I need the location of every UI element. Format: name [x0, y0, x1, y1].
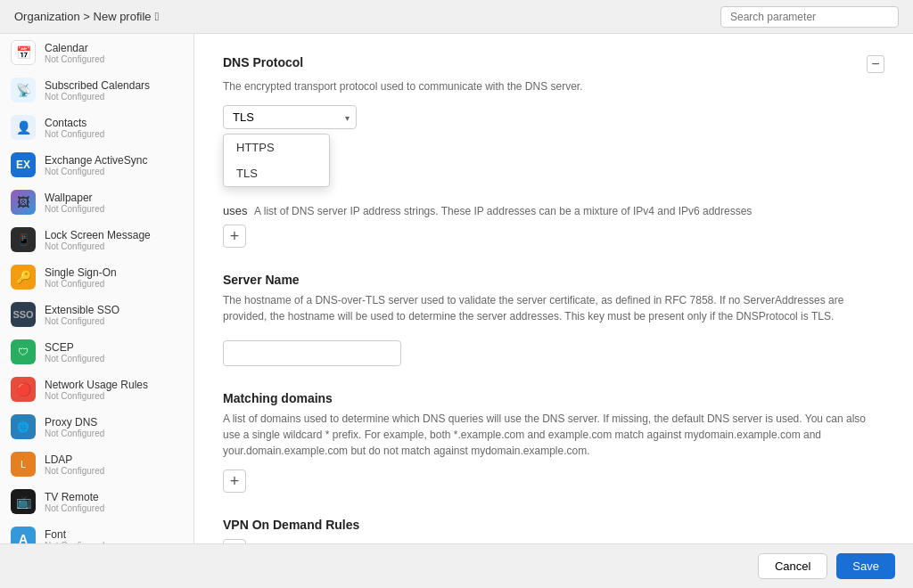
dropdown-wrapper[interactable]: TLS HTTPS ▾ [223, 105, 357, 129]
ext-sso-icon: SSO [11, 302, 36, 327]
vpn-on-demand-section: VPN On Demand Rules + [223, 518, 884, 543]
sidebar-item-exchange-activesync[interactable]: EX Exchange ActiveSync Not Configured [0, 146, 193, 184]
calendar-icon: 📅 [11, 40, 36, 65]
sidebar-item-tv-remote[interactable]: 📺 TV Remote Not Configured [0, 483, 193, 520]
server-name-section: Server Name The hostname of a DNS-over-T… [223, 273, 884, 366]
main-layout: 📅 Calendar Not Configured 📡 Subscribed C… [0, 34, 913, 543]
sidebar-item-contacts[interactable]: 👤 Contacts Not Configured [0, 109, 193, 146]
sidebar: 📅 Calendar Not Configured 📡 Subscribed C… [0, 34, 194, 543]
dns-protocol-section: DNS Protocol − The encrypted transport p… [223, 55, 884, 248]
dns-protocol-menu: HTTPS TLS [223, 134, 330, 187]
sidebar-item-network-usage-rules[interactable]: 🔴 Network Usage Rules Not Configured [0, 371, 193, 408]
server-name-input[interactable] [223, 340, 401, 366]
dns-protocol-select[interactable]: TLS HTTPS [223, 105, 357, 129]
server-addresses-plus-row: + [223, 225, 884, 248]
sidebar-item-wallpaper[interactable]: 🖼 Wallpaper Not Configured [0, 184, 193, 221]
network-usage-icon: 🔴 [11, 377, 36, 402]
dns-protocol-title: DNS Protocol [223, 55, 303, 69]
add-server-address-button[interactable]: + [223, 225, 246, 248]
lock-screen-icon: 📱 [11, 227, 36, 252]
matching-domains-section: Matching domains A list of domains used … [223, 391, 884, 493]
breadcrumb: Organization > New profile  [14, 10, 159, 23]
dns-protocol-dropdown-wrapper: TLS HTTPS ▾ HTTPS TLS [223, 105, 357, 133]
remove-dns-protocol-button[interactable]: − [867, 55, 884, 73]
sidebar-item-single-sign-on[interactable]: 🔑 Single Sign-On Not Configured [0, 258, 193, 296]
sidebar-item-calendar[interactable]: 📅 Calendar Not Configured [0, 34, 193, 71]
save-button[interactable]: Save [836, 553, 895, 579]
proxy-dns-icon: 🌐 [11, 414, 36, 439]
search-input[interactable] [720, 6, 899, 28]
server-name-title: Server Name [223, 273, 884, 287]
matching-domains-desc: A list of domains used to determine whic… [223, 411, 884, 459]
add-matching-domain-button[interactable]: + [223, 470, 246, 493]
bottom-bar: Cancel Save [0, 543, 913, 588]
ldap-icon: L [11, 452, 36, 477]
matching-domains-title: Matching domains [223, 391, 884, 405]
dns-protocol-desc: The encrypted transport protocol used to… [223, 78, 884, 94]
server-name-desc: The hostname of a DNS-over-TLS server us… [223, 292, 884, 324]
sidebar-item-scep[interactable]: 🛡 SCEP Not Configured [0, 333, 193, 371]
sso-icon: 🔑 [11, 265, 36, 290]
subscribed-calendars-icon: 📡 [11, 78, 36, 102]
server-addresses-label: uses [223, 204, 247, 217]
tv-remote-icon: 📺 [11, 489, 36, 514]
menu-item-tls[interactable]: TLS [224, 160, 329, 186]
font-icon: A [11, 527, 36, 543]
menu-item-https[interactable]: HTTPS [224, 135, 329, 160]
matching-domains-plus-row: + [223, 470, 884, 493]
sidebar-item-proxy-dns[interactable]: 🌐 Proxy DNS Not Configured [0, 408, 193, 445]
contacts-icon: 👤 [11, 115, 36, 140]
sidebar-item-lock-screen-message[interactable]: 📱 Lock Screen Message Not Configured [0, 221, 193, 258]
vpn-on-demand-title: VPN On Demand Rules [223, 518, 884, 532]
top-bar: Organization > New profile  [0, 0, 913, 34]
sidebar-item-ldap[interactable]: L LDAP Not Configured [0, 445, 193, 483]
sidebar-item-subscribed-calendars[interactable]: 📡 Subscribed Calendars Not Configured [0, 71, 193, 109]
wallpaper-icon: 🖼 [11, 190, 36, 215]
cancel-button[interactable]: Cancel [758, 553, 827, 579]
scep-icon: 🛡 [11, 339, 36, 364]
content-area: DNS Protocol − The encrypted transport p… [194, 34, 913, 543]
sidebar-item-font[interactable]: A Font Not Configured [0, 520, 193, 543]
section-header: DNS Protocol − [223, 55, 884, 73]
exchange-icon: EX [11, 152, 36, 177]
server-addresses-desc: A list of DNS server IP address strings.… [254, 205, 752, 217]
sidebar-item-extensible-sso[interactable]: SSO Extensible SSO Not Configured [0, 296, 193, 333]
server-addresses-area: uses A list of DNS server IP address str… [223, 204, 884, 217]
